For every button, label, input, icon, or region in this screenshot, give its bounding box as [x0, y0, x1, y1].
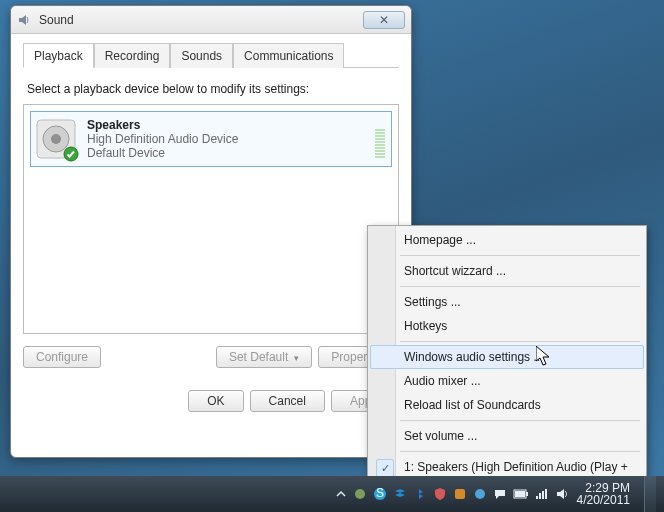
menu-separator: [400, 420, 640, 421]
svg-point-4: [355, 489, 365, 499]
menu-separator: [400, 286, 640, 287]
instruction-text: Select a playback device below to modify…: [23, 68, 399, 104]
speaker-icon: [17, 12, 33, 28]
tray-battery-icon[interactable]: [513, 488, 529, 500]
svg-rect-11: [515, 491, 525, 497]
tab-playback[interactable]: Playback: [23, 43, 94, 68]
menu-separator: [400, 451, 640, 452]
svg-text:S: S: [376, 487, 384, 500]
device-sub1: High Definition Audio Device: [87, 132, 238, 146]
svg-point-2: [51, 134, 61, 144]
menu-separator: [400, 341, 640, 342]
tab-strip: Playback Recording Sounds Communications: [23, 42, 399, 68]
tray-chevron-icon[interactable]: [335, 488, 347, 500]
clock-date: 4/20/2011: [577, 494, 630, 506]
tray-app-icon[interactable]: [353, 487, 367, 501]
tray-dropbox-icon[interactable]: [393, 487, 407, 501]
tray-bluetooth-icon[interactable]: [413, 487, 427, 501]
device-name: Speakers: [87, 118, 238, 132]
default-check-icon: [63, 146, 79, 162]
sound-dialog: Sound ✕ Playback Recording Sounds Commun…: [10, 5, 412, 458]
taskbar[interactable]: S 2:29 PM 4/20/2011: [0, 476, 664, 512]
taskbar-clock[interactable]: 2:29 PM 4/20/2011: [577, 482, 630, 506]
tab-recording[interactable]: Recording: [94, 43, 171, 68]
menu-windows-audio-settings[interactable]: Windows audio settings ...: [370, 345, 644, 369]
svg-rect-7: [455, 489, 465, 499]
cancel-button[interactable]: Cancel: [250, 390, 325, 412]
button-row: Configure Set Default Properties: [23, 346, 399, 368]
volume-meter-icon: [373, 118, 387, 160]
tray-context-menu: Homepage ... Shortcut wizzard ... Settin…: [367, 225, 647, 512]
menu-reload-soundcards[interactable]: Reload list of Soundcards: [370, 393, 644, 417]
tab-sounds[interactable]: Sounds: [170, 43, 233, 68]
device-list[interactable]: Speakers High Definition Audio Device De…: [23, 104, 399, 334]
device-row-speakers[interactable]: Speakers High Definition Audio Device De…: [30, 111, 392, 167]
device-sub2: Default Device: [87, 146, 238, 160]
system-tray[interactable]: S: [335, 487, 569, 501]
dialog-title: Sound: [39, 13, 74, 27]
show-desktop-button[interactable]: [644, 476, 656, 512]
check-icon: ✓: [376, 459, 394, 477]
tray-volume-icon[interactable]: [555, 487, 569, 501]
tray-app2-icon[interactable]: [473, 487, 487, 501]
menu-settings[interactable]: Settings ...: [370, 290, 644, 314]
configure-button[interactable]: Configure: [23, 346, 101, 368]
device-text: Speakers High Definition Audio Device De…: [87, 118, 238, 160]
tray-antivirus-icon[interactable]: [453, 487, 467, 501]
menu-hotkeys[interactable]: Hotkeys: [370, 314, 644, 338]
menu-separator: [400, 255, 640, 256]
svg-point-8: [475, 489, 485, 499]
set-default-button[interactable]: Set Default: [216, 346, 312, 368]
menu-shortcut-wizard[interactable]: Shortcut wizzard ...: [370, 259, 644, 283]
tray-chat-icon[interactable]: [493, 487, 507, 501]
tab-communications[interactable]: Communications: [233, 43, 344, 68]
tray-shield-icon[interactable]: [433, 487, 447, 501]
svg-rect-10: [526, 492, 528, 496]
menu-audio-mixer[interactable]: Audio mixer ...: [370, 369, 644, 393]
tray-skype-icon[interactable]: S: [373, 487, 387, 501]
ok-button[interactable]: OK: [188, 390, 243, 412]
dialog-footer: OK Cancel Apply: [11, 390, 411, 424]
titlebar[interactable]: Sound ✕: [11, 6, 411, 34]
menu-set-volume[interactable]: Set volume ...: [370, 424, 644, 448]
speaker-device-icon: [35, 118, 77, 160]
tray-network-icon[interactable]: [535, 488, 549, 500]
menu-homepage[interactable]: Homepage ...: [370, 228, 644, 252]
close-button[interactable]: ✕: [363, 11, 405, 29]
close-icon: ✕: [379, 13, 389, 27]
